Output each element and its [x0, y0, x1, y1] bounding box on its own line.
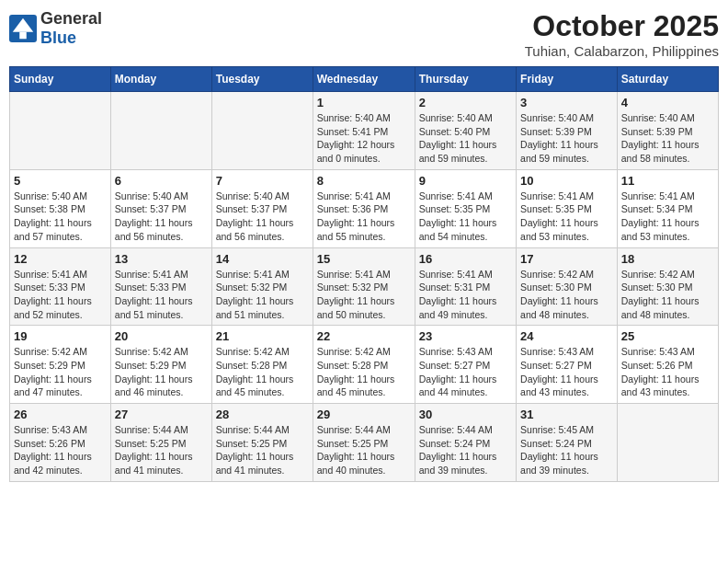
day-info: Sunrise: 5:44 AMSunset: 5:24 PMDaylight:… — [419, 423, 512, 477]
day-info: Sunrise: 5:41 AMSunset: 5:36 PMDaylight:… — [317, 190, 411, 244]
week-row-1: 1Sunrise: 5:40 AMSunset: 5:41 PMDaylight… — [10, 92, 719, 170]
day-info: Sunrise: 5:40 AMSunset: 5:39 PMDaylight:… — [621, 111, 714, 166]
day-cell: 15Sunrise: 5:41 AMSunset: 5:32 PMDayligh… — [313, 247, 415, 326]
day-cell: 9Sunrise: 5:41 AMSunset: 5:35 PMDaylight… — [415, 169, 516, 247]
day-cell: 10Sunrise: 5:41 AMSunset: 5:35 PMDayligh… — [517, 169, 618, 247]
day-info: Sunrise: 5:41 AMSunset: 5:32 PMDaylight:… — [317, 268, 411, 322]
day-number: 26 — [14, 408, 107, 421]
day-number: 9 — [419, 174, 512, 188]
day-number: 1 — [317, 96, 411, 109]
day-cell: 24Sunrise: 5:43 AMSunset: 5:27 PMDayligh… — [517, 326, 618, 404]
day-info: Sunrise: 5:44 AMSunset: 5:25 PMDaylight:… — [115, 423, 208, 477]
header-cell-wednesday: Wednesday — [313, 67, 415, 92]
day-cell: 18Sunrise: 5:42 AMSunset: 5:30 PMDayligh… — [617, 247, 718, 326]
day-info: Sunrise: 5:41 AMSunset: 5:34 PMDaylight:… — [621, 190, 714, 244]
day-info: Sunrise: 5:44 AMSunset: 5:25 PMDaylight:… — [216, 423, 309, 477]
week-row-5: 26Sunrise: 5:43 AMSunset: 5:26 PMDayligh… — [10, 404, 719, 482]
day-cell: 29Sunrise: 5:44 AMSunset: 5:25 PMDayligh… — [313, 404, 415, 482]
day-cell: 13Sunrise: 5:41 AMSunset: 5:33 PMDayligh… — [110, 247, 211, 326]
header-cell-friday: Friday — [517, 67, 618, 92]
day-info: Sunrise: 5:41 AMSunset: 5:31 PMDaylight:… — [419, 268, 512, 322]
day-cell: 31Sunrise: 5:45 AMSunset: 5:24 PMDayligh… — [517, 404, 618, 482]
day-number: 22 — [317, 329, 411, 343]
day-number: 30 — [419, 408, 512, 421]
day-number: 12 — [14, 252, 107, 266]
day-number: 27 — [115, 408, 208, 421]
day-cell — [10, 92, 111, 170]
day-number: 8 — [317, 174, 411, 188]
day-info: Sunrise: 5:40 AMSunset: 5:39 PMDaylight:… — [520, 111, 613, 166]
day-number: 7 — [216, 174, 309, 188]
day-info: Sunrise: 5:41 AMSunset: 5:35 PMDaylight:… — [520, 190, 613, 244]
day-cell: 8Sunrise: 5:41 AMSunset: 5:36 PMDaylight… — [313, 169, 415, 247]
day-cell: 21Sunrise: 5:42 AMSunset: 5:28 PMDayligh… — [211, 326, 313, 404]
day-number: 16 — [419, 252, 512, 266]
day-cell: 4Sunrise: 5:40 AMSunset: 5:39 PMDaylight… — [617, 92, 718, 170]
day-cell: 28Sunrise: 5:44 AMSunset: 5:25 PMDayligh… — [211, 404, 313, 482]
day-cell: 22Sunrise: 5:42 AMSunset: 5:28 PMDayligh… — [313, 326, 415, 404]
day-cell: 23Sunrise: 5:43 AMSunset: 5:27 PMDayligh… — [415, 326, 516, 404]
day-number: 10 — [520, 174, 613, 188]
day-info: Sunrise: 5:42 AMSunset: 5:30 PMDaylight:… — [621, 268, 714, 322]
day-number: 24 — [520, 329, 613, 343]
day-cell: 7Sunrise: 5:40 AMSunset: 5:37 PMDaylight… — [211, 169, 313, 247]
day-info: Sunrise: 5:43 AMSunset: 5:26 PMDaylight:… — [14, 423, 107, 477]
day-number: 6 — [115, 174, 208, 188]
day-cell: 25Sunrise: 5:43 AMSunset: 5:26 PMDayligh… — [617, 326, 718, 404]
header-cell-sunday: Sunday — [10, 67, 111, 92]
day-number: 18 — [621, 252, 714, 266]
page-subtitle: Tuhian, Calabarzon, Philippines — [525, 43, 719, 59]
day-cell: 17Sunrise: 5:42 AMSunset: 5:30 PMDayligh… — [517, 247, 618, 326]
day-cell — [110, 92, 211, 170]
day-cell — [617, 404, 718, 482]
day-cell: 11Sunrise: 5:41 AMSunset: 5:34 PMDayligh… — [617, 169, 718, 247]
day-number: 25 — [621, 329, 714, 343]
day-number: 2 — [419, 96, 512, 109]
day-cell: 6Sunrise: 5:40 AMSunset: 5:37 PMDaylight… — [110, 169, 211, 247]
day-cell — [211, 92, 313, 170]
day-cell: 3Sunrise: 5:40 AMSunset: 5:39 PMDaylight… — [517, 92, 618, 170]
day-info: Sunrise: 5:40 AMSunset: 5:41 PMDaylight:… — [317, 111, 411, 166]
day-info: Sunrise: 5:41 AMSunset: 5:33 PMDaylight:… — [14, 268, 107, 322]
day-number: 3 — [520, 96, 613, 109]
logo-text: General Blue — [40, 9, 102, 48]
page-title: October 2025 — [525, 9, 719, 43]
header-cell-thursday: Thursday — [415, 67, 516, 92]
day-number: 19 — [14, 329, 107, 343]
calendar-table: SundayMondayTuesdayWednesdayThursdayFrid… — [9, 66, 719, 482]
day-number: 4 — [621, 96, 714, 109]
day-number: 11 — [621, 174, 714, 188]
day-info: Sunrise: 5:42 AMSunset: 5:29 PMDaylight:… — [115, 345, 208, 399]
day-cell: 12Sunrise: 5:41 AMSunset: 5:33 PMDayligh… — [10, 247, 111, 326]
title-block: October 2025 Tuhian, Calabarzon, Philipp… — [525, 9, 719, 59]
day-info: Sunrise: 5:40 AMSunset: 5:40 PMDaylight:… — [419, 111, 512, 166]
day-number: 28 — [216, 408, 309, 421]
day-number: 29 — [317, 408, 411, 421]
day-cell: 20Sunrise: 5:42 AMSunset: 5:29 PMDayligh… — [110, 326, 211, 404]
header-row: SundayMondayTuesdayWednesdayThursdayFrid… — [10, 67, 719, 92]
svg-rect-2 — [19, 32, 27, 40]
day-info: Sunrise: 5:41 AMSunset: 5:32 PMDaylight:… — [216, 268, 309, 322]
week-row-4: 19Sunrise: 5:42 AMSunset: 5:29 PMDayligh… — [10, 326, 719, 404]
day-number: 21 — [216, 329, 309, 343]
day-number: 20 — [115, 329, 208, 343]
day-info: Sunrise: 5:42 AMSunset: 5:28 PMDaylight:… — [317, 345, 411, 399]
day-info: Sunrise: 5:40 AMSunset: 5:37 PMDaylight:… — [216, 190, 309, 244]
day-cell: 5Sunrise: 5:40 AMSunset: 5:38 PMDaylight… — [10, 169, 111, 247]
logo-general: General — [40, 9, 102, 29]
day-info: Sunrise: 5:42 AMSunset: 5:30 PMDaylight:… — [520, 268, 613, 322]
day-info: Sunrise: 5:41 AMSunset: 5:35 PMDaylight:… — [419, 190, 512, 244]
calendar-body: 1Sunrise: 5:40 AMSunset: 5:41 PMDaylight… — [10, 92, 719, 482]
day-info: Sunrise: 5:44 AMSunset: 5:25 PMDaylight:… — [317, 423, 411, 477]
day-info: Sunrise: 5:43 AMSunset: 5:27 PMDaylight:… — [419, 345, 512, 399]
day-info: Sunrise: 5:43 AMSunset: 5:27 PMDaylight:… — [520, 345, 613, 399]
day-cell: 14Sunrise: 5:41 AMSunset: 5:32 PMDayligh… — [211, 247, 313, 326]
day-cell: 16Sunrise: 5:41 AMSunset: 5:31 PMDayligh… — [415, 247, 516, 326]
day-cell: 30Sunrise: 5:44 AMSunset: 5:24 PMDayligh… — [415, 404, 516, 482]
header-cell-monday: Monday — [110, 67, 211, 92]
day-info: Sunrise: 5:40 AMSunset: 5:37 PMDaylight:… — [115, 190, 208, 244]
day-info: Sunrise: 5:42 AMSunset: 5:28 PMDaylight:… — [216, 345, 309, 399]
logo: General Blue — [9, 9, 102, 48]
logo-blue: Blue — [40, 29, 102, 48]
day-info: Sunrise: 5:42 AMSunset: 5:29 PMDaylight:… — [14, 345, 107, 399]
